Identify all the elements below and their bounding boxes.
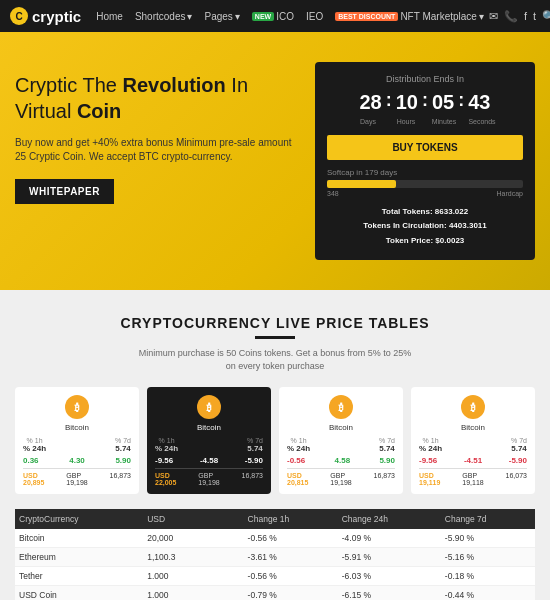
card-coin-name-2: Bitcoin — [155, 423, 263, 432]
cell-usd: 1.000 — [143, 586, 243, 600]
table-row: Bitcoin 20,000 -0.56 % -4.09 % -5.90 % — [15, 529, 535, 548]
distribution-box: Distribution Ends In 28 : 10 : 05 : 43 D… — [315, 62, 535, 260]
countdown-sep3: : — [458, 90, 464, 111]
bitcoin-icon-3: ₿ — [329, 395, 353, 419]
logo[interactable]: C cryptic — [10, 7, 81, 25]
col-change7d: Change 7d — [441, 509, 535, 529]
col-usd: USD — [143, 509, 243, 529]
progress-bar — [327, 180, 523, 188]
mail-icon[interactable]: ✉ — [489, 10, 498, 23]
twitter-icon[interactable]: t — [533, 10, 536, 22]
countdown-days: 28 — [360, 92, 382, 112]
hero-description: Buy now and get +40% extra bonus Minimum… — [15, 136, 300, 164]
nav-shortcodes[interactable]: Shortcodes ▾ — [130, 11, 198, 22]
bitcoin-icon-1: ₿ — [65, 395, 89, 419]
cell-c24h: -6.03 % — [338, 567, 441, 586]
hero-title-text: Cryptic The Revolution InVirtual Coin — [15, 74, 248, 122]
header: C cryptic Home Shortcodes ▾ Pages ▾ NEW … — [0, 0, 550, 32]
whitepaper-button[interactable]: WHITEPAPER — [15, 179, 114, 204]
cell-c24h: -4.09 % — [338, 529, 441, 548]
card-coin-name-1: Bitcoin — [23, 423, 131, 432]
token-stats: Total Tokens: 8633.022 Tokens In Circula… — [327, 205, 523, 248]
main-nav: Home Shortcodes ▾ Pages ▾ NEW ICO IEO BE… — [91, 11, 489, 22]
cell-c1h: -0.79 % — [244, 586, 338, 600]
cell-usd: 1.000 — [143, 567, 243, 586]
price-card-3: ₿ Bitcoin % 1h % 24h % 7d 5.74 -0.56 4.5… — [279, 387, 403, 494]
ico-badge: NEW — [252, 12, 274, 21]
cell-name: Tether — [15, 567, 143, 586]
cell-name: USD Coin — [15, 586, 143, 600]
cell-c24h: -5.91 % — [338, 548, 441, 567]
buy-tokens-button[interactable]: BUY TOKENS — [327, 135, 523, 160]
price-card-2: ₿ Bitcoin % 1h % 24h % 7d 5.74 -9.56 -4.… — [147, 387, 271, 494]
nav-ico[interactable]: NEW ICO — [247, 11, 299, 22]
price-section: CRYPTOCURRENCY LIVE PRICE TABLES Minimum… — [0, 290, 550, 600]
countdown-labels: Days Hours Minutes Seconds — [327, 118, 523, 125]
cell-c7d: -5.90 % — [441, 529, 535, 548]
search-icon[interactable]: 🔍 — [542, 10, 550, 23]
countdown: 28 : 10 : 05 : 43 — [327, 92, 523, 112]
bitcoin-icon-4: ₿ — [461, 395, 485, 419]
total-tokens: Total Tokens: 8633.022 — [327, 205, 523, 219]
cell-c7d: -0.44 % — [441, 586, 535, 600]
cell-c7d: -5.16 % — [441, 548, 535, 567]
cell-usd: 20,000 — [143, 529, 243, 548]
phone-icon[interactable]: 📞 — [504, 10, 518, 23]
col-change1h: Change 1h — [244, 509, 338, 529]
nav-home[interactable]: Home — [91, 11, 128, 22]
cell-c24h: -6.15 % — [338, 586, 441, 600]
section-divider — [255, 336, 295, 339]
nft-badge: BEST DISCOUNT — [335, 12, 398, 21]
hero-title: Cryptic The Revolution InVirtual Coin — [15, 72, 300, 124]
nav-ieo[interactable]: IEO — [301, 11, 328, 22]
card-stats-1: % 1h % 24h % 7d 5.74 — [23, 437, 131, 453]
cell-c7d: -0.18 % — [441, 567, 535, 586]
progress-fill — [327, 180, 396, 188]
hero-content: Cryptic The Revolution InVirtual Coin Bu… — [15, 62, 300, 260]
countdown-seconds: 43 — [468, 92, 490, 112]
token-price: Token Price: $0.0023 — [327, 234, 523, 248]
countdown-hours: 10 — [396, 92, 418, 112]
table-row: Tether 1.000 -0.56 % -6.03 % -0.18 % — [15, 567, 535, 586]
distribution-title: Distribution Ends In — [327, 74, 523, 84]
logo-icon: C — [10, 7, 28, 25]
nav-pages[interactable]: Pages ▾ — [199, 11, 244, 22]
facebook-icon[interactable]: f — [524, 10, 527, 22]
section-description: Minimum purchase is 50 Coins tokens. Get… — [15, 347, 535, 372]
card-coin-name-3: Bitcoin — [287, 423, 395, 432]
progress-labels: 348 Hardcap — [327, 190, 523, 197]
bitcoin-icon-2: ₿ — [197, 395, 221, 419]
countdown-minutes: 05 — [432, 92, 454, 112]
softcap-label: Softcap in 179 days — [327, 168, 523, 177]
cell-c1h: -3.61 % — [244, 548, 338, 567]
price-cards: ₿ Bitcoin % 1h % 24h % 7d 5.74 0.36 4.30… — [15, 387, 535, 494]
cell-name: Ethereum — [15, 548, 143, 567]
cell-usd: 1,100.3 — [143, 548, 243, 567]
price-card-1: ₿ Bitcoin % 1h % 24h % 7d 5.74 0.36 4.30… — [15, 387, 139, 494]
table-row: USD Coin 1.000 -0.79 % -6.15 % -0.44 % — [15, 586, 535, 600]
col-currency: CryptoCurrency — [15, 509, 143, 529]
card-coin-name-4: Bitcoin — [419, 423, 527, 432]
cell-name: Bitcoin — [15, 529, 143, 548]
section-title: CRYPTOCURRENCY LIVE PRICE TABLES — [15, 315, 535, 331]
price-card-4: ₿ Bitcoin % 1h % 24h % 7d 5.74 -9.56 -4.… — [411, 387, 535, 494]
nav-nft[interactable]: BEST DISCOUNT NFT Marketplace ▾ — [330, 11, 489, 22]
col-change24h: Change 24h — [338, 509, 441, 529]
table-row: Ethereum 1,100.3 -3.61 % -5.91 % -5.16 % — [15, 548, 535, 567]
crypto-table: CryptoCurrency USD Change 1h Change 24h … — [15, 509, 535, 600]
hero-section: Cryptic The Revolution InVirtual Coin Bu… — [0, 32, 550, 290]
header-icons: ✉ 📞 f t 🔍 👤 ☰ — [489, 10, 550, 23]
countdown-sep1: : — [386, 90, 392, 111]
countdown-sep2: : — [422, 90, 428, 111]
softcap-section: Softcap in 179 days 348 Hardcap — [327, 168, 523, 197]
cell-c1h: -0.56 % — [244, 529, 338, 548]
circulation: Tokens In Circulation: 4403.3011 — [327, 219, 523, 233]
cell-c1h: -0.56 % — [244, 567, 338, 586]
logo-text: cryptic — [32, 8, 81, 25]
